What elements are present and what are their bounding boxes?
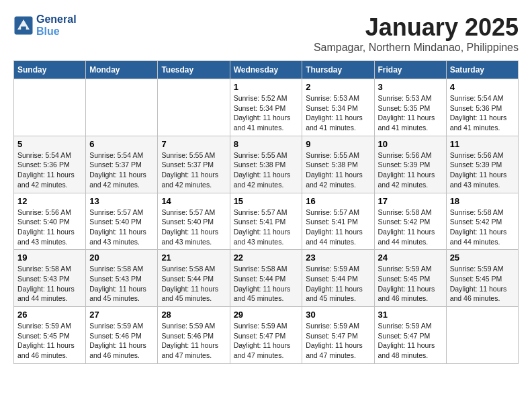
calendar-cell: 14Sunrise: 5:57 AMSunset: 5:40 PMDayligh… <box>158 193 230 250</box>
day-number: 13 <box>89 196 154 206</box>
svg-rect-2 <box>21 27 26 30</box>
day-number: 11 <box>450 139 515 149</box>
calendar-week-row: 12Sunrise: 5:56 AMSunset: 5:40 PMDayligh… <box>14 193 519 250</box>
calendar-cell: 26Sunrise: 5:59 AMSunset: 5:45 PMDayligh… <box>14 307 86 364</box>
day-info: Sunrise: 5:57 AMSunset: 5:40 PMDaylight:… <box>161 208 226 247</box>
day-number: 2 <box>306 82 370 92</box>
day-number: 22 <box>234 253 299 263</box>
logo-text: General Blue <box>36 13 77 38</box>
day-info: Sunrise: 5:57 AMSunset: 5:40 PMDaylight:… <box>89 208 154 247</box>
day-number: 30 <box>306 310 370 320</box>
calendar-cell: 27Sunrise: 5:59 AMSunset: 5:46 PMDayligh… <box>86 307 158 364</box>
calendar-header-row: SundayMondayTuesdayWednesdayThursdayFrid… <box>14 61 519 79</box>
day-info: Sunrise: 5:54 AMSunset: 5:36 PMDaylight:… <box>450 93 515 133</box>
title-area: January 2025 Sampagar, Northern Mindanao… <box>314 13 519 54</box>
day-info: Sunrise: 5:59 AMSunset: 5:45 PMDaylight:… <box>17 321 82 361</box>
day-info: Sunrise: 5:58 AMSunset: 5:44 PMDaylight:… <box>161 264 226 304</box>
day-number: 26 <box>17 310 82 320</box>
day-number: 21 <box>161 253 226 263</box>
weekday-header: Sunday <box>14 61 86 79</box>
day-number: 31 <box>378 310 443 320</box>
day-info: Sunrise: 5:53 AMSunset: 5:34 PMDaylight:… <box>306 93 370 133</box>
day-number: 19 <box>17 253 82 263</box>
day-info: Sunrise: 5:58 AMSunset: 5:43 PMDaylight:… <box>89 264 154 304</box>
day-number: 20 <box>89 253 154 263</box>
location-title: Sampagar, Northern Mindanao, Philippines <box>314 42 519 54</box>
calendar-cell: 19Sunrise: 5:58 AMSunset: 5:43 PMDayligh… <box>14 250 86 307</box>
day-number: 3 <box>378 82 443 92</box>
day-number: 6 <box>89 139 154 149</box>
day-info: Sunrise: 5:56 AMSunset: 5:39 PMDaylight:… <box>378 150 443 190</box>
day-info: Sunrise: 5:56 AMSunset: 5:40 PMDaylight:… <box>17 208 82 247</box>
calendar-cell: 20Sunrise: 5:58 AMSunset: 5:43 PMDayligh… <box>86 250 158 307</box>
day-info: Sunrise: 5:59 AMSunset: 5:47 PMDaylight:… <box>378 321 443 361</box>
calendar-cell <box>14 79 86 136</box>
calendar-cell: 5Sunrise: 5:54 AMSunset: 5:36 PMDaylight… <box>14 136 86 193</box>
calendar-week-row: 5Sunrise: 5:54 AMSunset: 5:36 PMDaylight… <box>14 136 519 193</box>
day-number: 10 <box>378 139 443 149</box>
day-number: 16 <box>306 196 370 206</box>
day-info: Sunrise: 5:58 AMSunset: 5:42 PMDaylight:… <box>450 208 515 247</box>
calendar-cell: 23Sunrise: 5:59 AMSunset: 5:44 PMDayligh… <box>302 250 374 307</box>
calendar-cell <box>86 79 158 136</box>
day-info: Sunrise: 5:59 AMSunset: 5:44 PMDaylight:… <box>306 264 370 304</box>
header: General Blue January 2025 Sampagar, Nort… <box>13 13 519 54</box>
day-info: Sunrise: 5:56 AMSunset: 5:39 PMDaylight:… <box>450 150 515 190</box>
day-number: 25 <box>450 253 515 263</box>
calendar-cell: 24Sunrise: 5:59 AMSunset: 5:45 PMDayligh… <box>374 250 446 307</box>
day-info: Sunrise: 5:59 AMSunset: 5:46 PMDaylight:… <box>161 321 226 361</box>
calendar-cell: 31Sunrise: 5:59 AMSunset: 5:47 PMDayligh… <box>374 307 446 364</box>
calendar-table: SundayMondayTuesdayWednesdayThursdayFrid… <box>13 60 519 364</box>
calendar-cell: 22Sunrise: 5:58 AMSunset: 5:44 PMDayligh… <box>230 250 302 307</box>
day-number: 24 <box>378 253 443 263</box>
logo: General Blue <box>13 13 77 38</box>
day-info: Sunrise: 5:59 AMSunset: 5:47 PMDaylight:… <box>234 321 299 361</box>
day-info: Sunrise: 5:55 AMSunset: 5:37 PMDaylight:… <box>161 150 226 190</box>
calendar-cell: 4Sunrise: 5:54 AMSunset: 5:36 PMDaylight… <box>446 79 518 136</box>
calendar-cell: 30Sunrise: 5:59 AMSunset: 5:47 PMDayligh… <box>302 307 374 364</box>
calendar-cell: 11Sunrise: 5:56 AMSunset: 5:39 PMDayligh… <box>446 136 518 193</box>
day-info: Sunrise: 5:58 AMSunset: 5:42 PMDaylight:… <box>378 208 443 247</box>
day-info: Sunrise: 5:52 AMSunset: 5:34 PMDaylight:… <box>234 93 299 133</box>
day-info: Sunrise: 5:59 AMSunset: 5:47 PMDaylight:… <box>306 321 370 361</box>
day-number: 14 <box>161 196 226 206</box>
day-info: Sunrise: 5:57 AMSunset: 5:41 PMDaylight:… <box>306 208 370 247</box>
day-info: Sunrise: 5:55 AMSunset: 5:38 PMDaylight:… <box>234 150 299 190</box>
weekday-header: Tuesday <box>158 61 230 79</box>
day-info: Sunrise: 5:58 AMSunset: 5:44 PMDaylight:… <box>234 264 299 304</box>
calendar-cell: 28Sunrise: 5:59 AMSunset: 5:46 PMDayligh… <box>158 307 230 364</box>
calendar-week-row: 26Sunrise: 5:59 AMSunset: 5:45 PMDayligh… <box>14 307 519 364</box>
day-number: 8 <box>234 139 299 149</box>
day-number: 4 <box>450 82 515 92</box>
calendar-cell: 7Sunrise: 5:55 AMSunset: 5:37 PMDaylight… <box>158 136 230 193</box>
calendar-cell: 17Sunrise: 5:58 AMSunset: 5:42 PMDayligh… <box>374 193 446 250</box>
month-title: January 2025 <box>314 13 519 42</box>
day-number: 15 <box>234 196 299 206</box>
day-number: 23 <box>306 253 370 263</box>
calendar-week-row: 1Sunrise: 5:52 AMSunset: 5:34 PMDaylight… <box>14 79 519 136</box>
day-number: 7 <box>161 139 226 149</box>
day-info: Sunrise: 5:57 AMSunset: 5:41 PMDaylight:… <box>234 208 299 247</box>
calendar-cell: 6Sunrise: 5:54 AMSunset: 5:37 PMDaylight… <box>86 136 158 193</box>
calendar-cell: 16Sunrise: 5:57 AMSunset: 5:41 PMDayligh… <box>302 193 374 250</box>
calendar-cell: 3Sunrise: 5:53 AMSunset: 5:35 PMDaylight… <box>374 79 446 136</box>
calendar-cell: 1Sunrise: 5:52 AMSunset: 5:34 PMDaylight… <box>230 79 302 136</box>
day-info: Sunrise: 5:59 AMSunset: 5:45 PMDaylight:… <box>450 264 515 304</box>
calendar-cell: 2Sunrise: 5:53 AMSunset: 5:34 PMDaylight… <box>302 79 374 136</box>
day-number: 9 <box>306 139 370 149</box>
calendar-week-row: 19Sunrise: 5:58 AMSunset: 5:43 PMDayligh… <box>14 250 519 307</box>
calendar-body: 1Sunrise: 5:52 AMSunset: 5:34 PMDaylight… <box>14 79 519 364</box>
day-info: Sunrise: 5:59 AMSunset: 5:46 PMDaylight:… <box>89 321 154 361</box>
weekday-header: Thursday <box>302 61 374 79</box>
weekday-header: Wednesday <box>230 61 302 79</box>
calendar-cell: 15Sunrise: 5:57 AMSunset: 5:41 PMDayligh… <box>230 193 302 250</box>
calendar-cell: 12Sunrise: 5:56 AMSunset: 5:40 PMDayligh… <box>14 193 86 250</box>
day-number: 27 <box>89 310 154 320</box>
day-number: 12 <box>17 196 82 206</box>
day-info: Sunrise: 5:54 AMSunset: 5:37 PMDaylight:… <box>89 150 154 190</box>
day-number: 18 <box>450 196 515 206</box>
day-info: Sunrise: 5:53 AMSunset: 5:35 PMDaylight:… <box>378 93 443 133</box>
day-number: 1 <box>234 82 299 92</box>
logo-icon <box>13 15 34 36</box>
weekday-header: Monday <box>86 61 158 79</box>
